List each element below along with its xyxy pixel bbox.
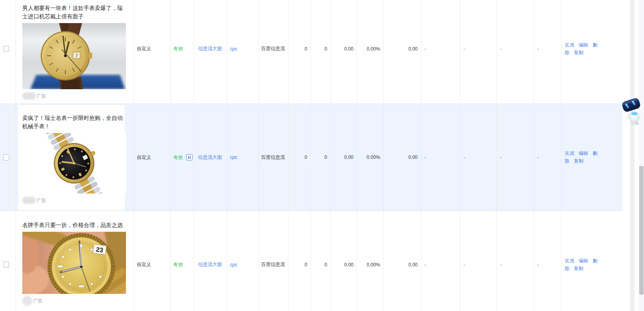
svg-text:23: 23 [96,246,104,254]
bid-mode-link[interactable]: cpc [230,46,238,52]
metric-cell: - [534,0,562,104]
metric-cell: - [460,211,497,311]
metric-cell: 0.00% [357,104,384,211]
status-cell: 有效 [171,104,194,211]
ad-creative-list-page: 男人都要有一块表！这款手表卖爆了，瑞士进口机芯戴上倍有面子 [0,0,644,311]
metric-cell: - [497,211,534,311]
creative-preview[interactable]: 名牌手表只要一折，价格合理，品质之选 [18,212,125,311]
status-text: 有效 [173,261,183,268]
style-type-link[interactable]: 信息流大图 [198,45,222,52]
copy-link[interactable]: 复制 [574,158,583,164]
creative-preview[interactable]: 卖疯了！瑞士名表一折限时抢购，全自动机械手表！ [18,105,125,210]
metric-cell: - [460,0,497,104]
creative-preview[interactable]: 男人都要有一块表！这款手表卖爆了，瑞士进口机芯戴上倍有面子 [18,0,125,103]
row-select-checkbox[interactable] [3,155,9,160]
metric-cell: - [421,104,460,211]
creative-title: 男人都要有一块表！这款手表卖爆了，瑞士进口机芯戴上倍有面子 [22,4,124,21]
bid-mode-cell: cpc [227,211,259,311]
metric-cell: - [534,104,562,211]
status-cell: 有效 [171,0,194,104]
bid-mode-cell: cpc [227,0,259,104]
ad-label: 广告 [37,197,46,204]
metric-cell: 0.00 [331,104,357,211]
bid-mode-link[interactable]: cpc [230,155,238,160]
metric-cell: - [497,104,534,211]
metric-cell: 0 [289,211,311,311]
placement-cell: 百度信息流 [259,104,289,211]
ad-label-row: 广告 [22,297,125,305]
checkbox-cell [0,0,16,104]
metric-cell: 0.00 [384,104,421,211]
edit-link[interactable]: 编辑 [579,258,588,264]
metric-cell: 0.00 [331,211,357,311]
advertiser-logo-blurred [22,296,32,306]
checkbox-cell [0,104,16,211]
status-text: 有效 [173,154,183,161]
placement-cell: 百度信息流 [259,0,289,104]
advertiser-logo-blurred [22,197,36,204]
metric-cell: 0 [289,0,311,104]
advertiser-logo-blurred [22,92,36,100]
style-type-cell: 信息流大图 [194,0,227,104]
creative-image-gold-leather-watch-icon: 7 [22,23,126,89]
idea-type-cell: 自定义 [134,104,171,211]
style-type-link[interactable]: 信息流大图 [198,261,222,268]
metric-cell: 0 [289,104,311,211]
metric-cell: 0.00% [357,211,384,311]
metric-cell: 0 [311,104,331,211]
metric-cell: - [421,0,460,104]
table-row-hovered: 卖疯了！瑞士名表一折限时抢购，全自动机械手表！ [0,104,622,211]
creative-table: 男人都要有一块表！这款手表卖爆了，瑞士进口机芯戴上倍有面子 [0,0,622,311]
copy-link[interactable]: 复制 [574,266,583,271]
pause-icon[interactable] [186,154,192,160]
table-row: 男人都要有一块表！这款手表卖爆了，瑞士进口机芯戴上倍有面子 [0,0,622,104]
ad-label-row: 广告 [22,92,125,100]
ad-label-row: 广告 [22,196,125,204]
metric-cell: - [421,211,460,311]
metric-cell: 0 [311,211,331,311]
style-type-link[interactable]: 信息流大图 [198,154,222,161]
live-preview-link[interactable]: 实况 [565,151,574,156]
window-scrollbar-thumb[interactable] [639,166,644,295]
placement-cell: 百度信息流 [259,211,289,311]
metric-cell: - [497,0,534,104]
edit-link[interactable]: 编辑 [579,42,588,48]
style-type-cell: 信息流大图 [194,211,227,311]
idea-type-cell: 自定义 [134,211,171,311]
metric-cell: 0.00 [384,0,421,104]
edit-link[interactable]: 编辑 [579,151,588,156]
idea-type-cell: 自定义 [134,0,171,104]
live-preview-link[interactable]: 实况 [565,258,574,264]
row-select-checkbox[interactable] [3,46,9,52]
robot-assistant-icon[interactable] [620,96,644,127]
actions-cell: 实况编辑删除复制 [562,0,622,104]
creative-title: 卖疯了！瑞士名表一折限时抢购，全自动机械手表！ [22,114,124,131]
metric-cell: 0.00 [331,0,357,104]
row-select-checkbox[interactable] [3,262,9,268]
status-cell: 有效 [171,211,194,311]
style-type-cell: 信息流大图 [194,104,227,211]
metric-cell: - [534,211,562,311]
metric-cell: 0.00 [384,211,421,311]
creative-title: 名牌手表只要一折，价格合理，品质之选 [22,221,124,229]
copy-link[interactable]: 复制 [574,50,583,55]
ad-label: 广告 [33,297,43,304]
actions-cell: 实况编辑删除复制 [562,211,622,311]
status-text: 有效 [173,45,183,52]
live-preview-link[interactable]: 实况 [565,42,574,48]
metric-cell: - [460,104,497,211]
metric-cell: 0 [311,0,331,104]
creative-image-twotone-black-watch-icon [22,133,126,194]
creative-cell: 卖疯了！瑞士名表一折限时抢购，全自动机械手表！ [16,104,134,211]
bid-mode-link[interactable]: cpc [230,262,238,268]
inner-scrollbar-track [630,0,634,311]
bid-mode-cell: cpc [227,104,259,211]
ad-label: 广告 [37,93,46,100]
creative-image-gold-watch-in-hand-icon: 23 [22,232,126,294]
table-row: 名牌手表只要一折，价格合理，品质之选 [0,211,622,311]
svg-text:7: 7 [75,53,78,58]
creative-cell: 名牌手表只要一折，价格合理，品质之选 [16,211,134,311]
metric-cell: 0.00% [357,0,384,104]
creative-cell: 男人都要有一块表！这款手表卖爆了，瑞士进口机芯戴上倍有面子 [16,0,134,104]
checkbox-cell [0,211,16,311]
